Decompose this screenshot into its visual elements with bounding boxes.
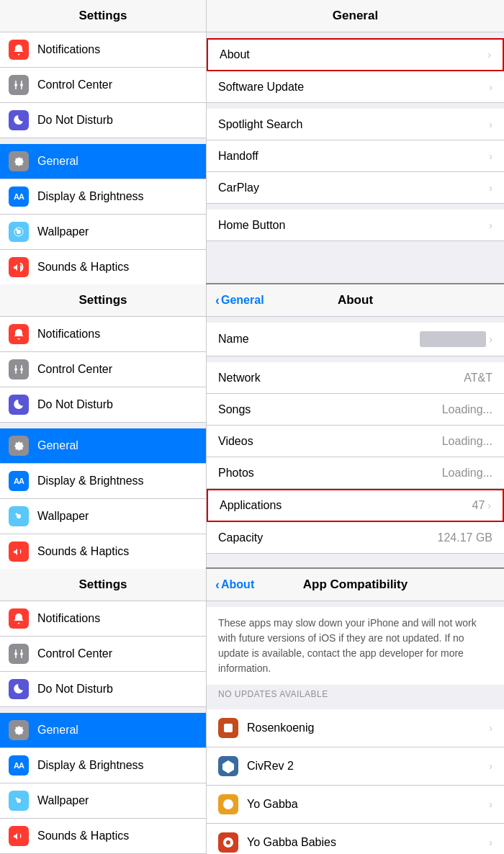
sidebar-item-sounds-3[interactable]: Sounds & Haptics xyxy=(0,819,206,854)
detail-panel-1: General About › Software Update › Spotli… xyxy=(207,0,504,283)
svg-rect-24 xyxy=(224,724,233,732)
display-label-2: Display & Brightness xyxy=(37,475,144,487)
sidebar-header-3: Settings xyxy=(0,569,206,601)
back-label-3: About xyxy=(221,578,254,591)
display-icon-3: AA xyxy=(9,755,29,776)
svg-point-28 xyxy=(226,840,230,845)
videos-row[interactable]: Videos Loading... xyxy=(207,426,504,457)
photos-label: Photos xyxy=(218,467,254,480)
capacity-value: 124.17 GB xyxy=(438,531,493,544)
sidebar-item-general-2[interactable]: General xyxy=(0,423,206,464)
svg-point-0 xyxy=(14,84,17,86)
wallpaper-label-3: Wallpaper xyxy=(37,794,89,807)
dnd-icon-3 xyxy=(9,679,29,699)
detail-header-3: ‹ About App Compatibility xyxy=(207,569,504,601)
notifications-label-2: Notifications xyxy=(37,328,100,341)
spotlight-label: Spotlight Search xyxy=(218,118,302,131)
svg-point-23 xyxy=(16,798,18,800)
sidebar-item-notifications-3[interactable]: Notifications xyxy=(0,601,206,637)
display-label-1: Display & Brightness xyxy=(37,190,144,203)
home-button-chevron: › xyxy=(489,220,492,231)
songs-row[interactable]: Songs Loading... xyxy=(207,394,504,426)
sidebar-item-notifications-1[interactable]: Notifications xyxy=(0,32,206,68)
handoff-row[interactable]: Handoff › xyxy=(207,140,504,172)
display-icon-1: AA xyxy=(9,186,29,207)
name-row[interactable]: Name iPhone › xyxy=(207,323,504,356)
dnd-label-3: Do Not Disturb xyxy=(37,683,113,696)
network-row[interactable]: Network AT&T xyxy=(207,362,504,394)
dnd-icon-1 xyxy=(9,110,29,130)
name-label: Name xyxy=(218,333,249,346)
about-row[interactable]: About › xyxy=(207,38,504,71)
app-row-rosenkoenig[interactable]: Rosenkoenig › xyxy=(207,709,504,747)
sidebar-item-general-3[interactable]: General xyxy=(0,707,206,748)
sidebar-item-wallpaper-3[interactable]: Wallpaper xyxy=(0,783,206,819)
applications-row[interactable]: Applications 47 › xyxy=(207,489,504,522)
info-box-3: These apps may slow down your iPhone and… xyxy=(207,607,504,685)
detail-header-1: General xyxy=(207,0,504,32)
songs-label: Songs xyxy=(218,403,251,416)
home-button-label: Home Button xyxy=(218,219,285,232)
section-label-3: NO UPDATES AVAILABLE xyxy=(207,685,504,704)
home-button-row[interactable]: Home Button › xyxy=(207,210,504,241)
applications-label: Applications xyxy=(220,499,282,512)
sidebar-header-2: Settings xyxy=(0,284,206,317)
detail-title-3: App Compatibility xyxy=(303,577,408,592)
sidebar-item-control-1[interactable]: Control Center xyxy=(0,68,206,103)
capacity-label: Capacity xyxy=(218,531,263,544)
sidebar-item-display-1[interactable]: AA Display & Brightness xyxy=(0,179,206,215)
app-row-civrev[interactable]: CivRev 2 › xyxy=(207,747,504,786)
sidebar-item-wallpaper-1[interactable]: Wallpaper xyxy=(0,215,206,250)
sounds-label-1: Sounds & Haptics xyxy=(37,261,129,274)
back-button-2[interactable]: ‹ General xyxy=(215,293,264,308)
sidebar-item-control-3[interactable]: Control Center xyxy=(0,637,206,672)
rosenkoenig-icon xyxy=(218,718,238,738)
svg-point-15 xyxy=(16,513,18,516)
general-label-2: General xyxy=(37,439,78,452)
sidebar-item-notifications-2[interactable]: Notifications xyxy=(0,317,206,352)
panel-3: Settings Notifications Control Center Do… xyxy=(0,569,504,854)
control-center-label-2: Control Center xyxy=(37,363,112,376)
detail-title-2: About xyxy=(338,293,373,307)
sounds-label-3: Sounds & Haptics xyxy=(37,830,129,842)
svg-point-16 xyxy=(14,652,17,655)
sidebar-2: Settings Notifications Control Center Do… xyxy=(0,284,207,567)
sidebar-item-display-3[interactable]: AA Display & Brightness xyxy=(0,748,206,783)
wallpaper-label-2: Wallpaper xyxy=(37,510,89,523)
detail-title-1: General xyxy=(333,9,378,23)
sidebar-item-sounds-2[interactable]: Sounds & Haptics xyxy=(0,534,206,570)
dnd-icon-2 xyxy=(9,395,29,415)
carplay-row[interactable]: CarPlay › xyxy=(207,172,504,204)
sidebar-item-sounds-1[interactable]: Sounds & Haptics xyxy=(0,250,206,285)
yogabbababies-label: Yo Gabba Babies xyxy=(247,836,336,849)
software-update-row[interactable]: Software Update › xyxy=(207,71,504,103)
apps-group-3: Rosenkoenig › CivRev 2 › xyxy=(207,709,504,854)
photos-value: Loading... xyxy=(442,467,492,480)
carplay-label: CarPlay xyxy=(218,181,259,194)
panel-2: Settings Notifications Control Center Do… xyxy=(0,284,504,569)
sidebar-item-wallpaper-2[interactable]: Wallpaper xyxy=(0,499,206,534)
name-chevron: › xyxy=(489,333,492,345)
rosenkoenig-chevron: › xyxy=(489,722,492,734)
yogabbababies-icon xyxy=(218,832,238,853)
sidebar-item-control-2[interactable]: Control Center xyxy=(0,352,206,387)
back-button-3[interactable]: ‹ About xyxy=(215,577,254,593)
back-chevron-3: ‹ xyxy=(215,577,220,593)
spotlight-row[interactable]: Spotlight Search › xyxy=(207,109,504,140)
applications-value: 47 › xyxy=(472,499,491,512)
app-row-yogabba[interactable]: Yo Gabba › xyxy=(207,786,504,824)
carplay-chevron: › xyxy=(489,182,492,194)
capacity-row[interactable]: Capacity 124.17 GB xyxy=(207,522,504,554)
detail-content-2: Name iPhone › Network AT&T Songs Loading… xyxy=(207,317,504,567)
handoff-label: Handoff xyxy=(218,150,258,163)
control-center-icon-2 xyxy=(9,359,29,379)
sidebar-item-dnd-3[interactable]: Do Not Disturb xyxy=(0,672,206,707)
app-row-yogabbababies[interactable]: Yo Gabba Babies › xyxy=(207,824,504,854)
sidebar-item-dnd-2[interactable]: Do Not Disturb xyxy=(0,387,206,423)
sidebar-item-general-1[interactable]: General xyxy=(0,138,206,179)
photos-row[interactable]: Photos Loading... xyxy=(207,457,504,489)
sidebar-item-display-2[interactable]: AA Display & Brightness xyxy=(0,464,206,499)
sidebar-item-dnd-1[interactable]: Do Not Disturb xyxy=(0,103,206,138)
name-blurred: iPhone xyxy=(420,331,487,347)
civrev-label: CivRev 2 xyxy=(247,760,294,773)
